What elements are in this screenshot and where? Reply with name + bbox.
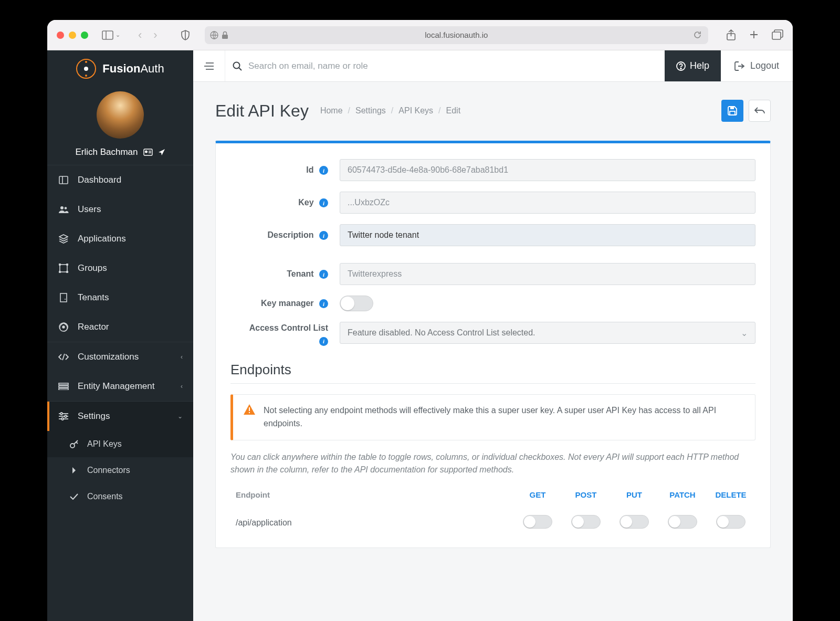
sidebar-subitem-connectors[interactable]: Connectors — [47, 457, 193, 483]
info-icon[interactable]: i — [319, 231, 328, 240]
svg-point-38 — [70, 444, 75, 448]
privacy-shield-icon[interactable] — [181, 30, 190, 40]
search-icon — [233, 61, 242, 71]
id-card-icon[interactable] — [143, 149, 153, 156]
sidebar: FusionAuth Erlich Bachman — [47, 50, 193, 621]
breadcrumb-item[interactable]: Settings — [355, 106, 386, 115]
window-close[interactable] — [57, 31, 64, 39]
address-url: local.fusionauth.io — [425, 30, 488, 39]
search-input[interactable] — [248, 61, 657, 71]
sidebar-item-reactor[interactable]: Reactor — [47, 312, 193, 342]
sidebar-item-dashboard[interactable]: Dashboard — [47, 165, 193, 195]
sidebar-item-label: Users — [78, 204, 101, 215]
key-icon — [68, 439, 80, 449]
location-icon[interactable] — [158, 149, 165, 156]
sidebar-item-label: Tenants — [78, 292, 109, 303]
table-row[interactable]: /api/application — [232, 510, 754, 536]
save-button[interactable] — [721, 100, 743, 122]
browser-sidebar-toggle[interactable]: ⌄ — [102, 30, 120, 40]
sidebar-item-entity-management[interactable]: Entity Management ‹ — [47, 372, 193, 401]
avatar[interactable] — [97, 91, 144, 139]
svg-rect-47 — [730, 111, 735, 115]
code-icon — [58, 353, 69, 361]
reload-icon[interactable] — [693, 30, 702, 39]
undo-icon — [754, 107, 765, 114]
info-icon[interactable]: i — [319, 299, 328, 308]
svg-rect-48 — [249, 407, 250, 411]
logout-button[interactable]: Logout — [721, 50, 793, 81]
window-zoom[interactable] — [81, 31, 88, 39]
key-label: Key — [298, 198, 313, 207]
sidebar-icon — [102, 30, 113, 40]
sidebar-item-groups[interactable]: Groups — [47, 254, 193, 283]
endpoints-title: Endpoints — [230, 362, 755, 384]
description-field[interactable] — [340, 224, 755, 246]
nav-back[interactable]: ‹ — [138, 29, 142, 41]
sidebar-item-applications[interactable]: Applications — [47, 224, 193, 254]
tab-overview-icon[interactable] — [772, 29, 783, 41]
toggle-patch[interactable] — [668, 515, 697, 529]
toggle-post[interactable] — [571, 515, 601, 529]
info-icon[interactable]: i — [319, 198, 328, 207]
content: Edit API Key Home/ Settings/ API Keys/ E… — [193, 82, 793, 566]
endpoints-table: Endpoint GET POST PUT PATCH DELETE /api/… — [230, 486, 755, 537]
info-icon[interactable]: i — [319, 166, 328, 175]
svg-point-13 — [59, 264, 61, 266]
description-label: Description — [268, 230, 314, 239]
collapse-sidebar-icon[interactable] — [204, 62, 214, 70]
sidebar-item-settings[interactable]: Settings ⌄ — [47, 402, 193, 431]
breadcrumb-item[interactable]: API Keys — [398, 106, 433, 115]
sliders-icon — [58, 412, 69, 420]
info-icon[interactable]: i — [319, 270, 328, 279]
sidebar-subitem-consents[interactable]: Consents — [47, 483, 193, 510]
new-tab-icon[interactable] — [749, 29, 759, 41]
col-patch[interactable]: PATCH — [659, 487, 706, 509]
brand[interactable]: FusionAuth — [47, 50, 193, 82]
acl-value: Feature disabled. No Access Control List… — [348, 328, 536, 338]
chevron-left-icon: ‹ — [181, 383, 183, 390]
svg-rect-5 — [772, 32, 781, 39]
svg-point-27 — [62, 326, 65, 328]
toggle-delete[interactable] — [716, 515, 746, 529]
acl-select[interactable]: Feature disabled. No Access Control List… — [340, 322, 755, 344]
id-field: 60574473-d5de-4e8a-90b6-68e7aba81bd1 — [340, 159, 755, 181]
help-button[interactable]: Help — [665, 50, 721, 81]
address-bar[interactable]: local.fusionauth.io — [205, 26, 708, 44]
sidebar-item-users[interactable]: Users — [47, 195, 193, 224]
form-panel: Id i 60574473-d5de-4e8a-90b6-68e7aba81bd… — [215, 141, 771, 548]
col-get[interactable]: GET — [514, 487, 561, 509]
profile-name: Erlich Bachman — [75, 147, 138, 157]
sidebar-subitem-api-keys[interactable]: API Keys — [47, 431, 193, 457]
help-label: Help — [690, 60, 709, 71]
breadcrumb-item[interactable]: Home — [320, 106, 343, 115]
chevron-left-icon: ‹ — [181, 353, 183, 361]
global-search[interactable] — [225, 61, 665, 71]
toggle-get[interactable] — [523, 515, 552, 529]
users-icon — [58, 205, 69, 214]
breadcrumb: Home/ Settings/ API Keys/ Edit — [320, 106, 460, 115]
info-icon[interactable]: i — [319, 337, 328, 346]
warning-text: Not selecting any endpoint methods will … — [264, 404, 744, 430]
col-post[interactable]: POST — [562, 487, 610, 509]
acl-label: Access Control List — [249, 323, 328, 332]
svg-rect-30 — [59, 386, 68, 387]
col-endpoint[interactable]: Endpoint — [232, 487, 513, 509]
toggle-put[interactable] — [620, 515, 649, 529]
sidebar-item-tenants[interactable]: Tenants — [47, 283, 193, 312]
col-put[interactable]: PUT — [611, 487, 658, 509]
window-minimize[interactable] — [69, 31, 76, 39]
key-manager-toggle[interactable] — [340, 296, 373, 311]
page-title: Edit API Key — [215, 101, 309, 121]
nav-forward[interactable]: › — [153, 29, 157, 41]
sidebar-item-customizations[interactable]: Customizations ‹ — [47, 342, 193, 372]
site-settings-icon[interactable] — [210, 31, 218, 39]
svg-rect-8 — [59, 176, 68, 184]
share-icon[interactable] — [726, 29, 736, 41]
svg-point-15 — [59, 271, 61, 273]
key-field: ...UxbzOZc — [340, 192, 755, 214]
svg-point-7 — [145, 151, 147, 153]
chevron-down-icon: ⌄ — [177, 413, 183, 420]
back-button[interactable] — [749, 100, 771, 122]
svg-point-37 — [61, 418, 64, 420]
col-delete[interactable]: DELETE — [707, 487, 754, 509]
